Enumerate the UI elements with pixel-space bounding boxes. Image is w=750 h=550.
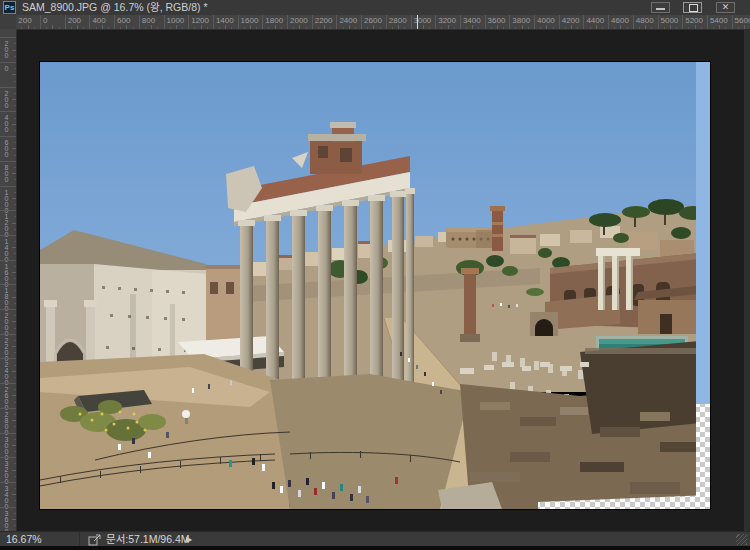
ruler-label: 800 [3,164,10,182]
ruler-minor-tick [12,223,16,224]
ruler-tick [139,15,140,29]
ruler-minor-tick [12,272,16,273]
ruler-cursor-marker [417,15,418,29]
ruler-label: 2800 [389,16,407,25]
ruler-label: 1800 [3,287,10,311]
ruler-minor-tick [454,27,455,29]
ruler-minor-tick [546,25,547,29]
minimize-button[interactable] [651,2,670,13]
ruler-minor-tick [231,27,232,29]
ruler-minor-tick [14,402,16,403]
ruler-minor-tick [14,81,16,82]
ruler-minor-tick [639,27,640,29]
ruler-minor-tick [577,27,578,29]
ruler-minor-tick [540,27,541,29]
ruler-label: 3600 [3,510,10,531]
ruler-minor-tick [133,27,134,29]
ruler-label: 3600 [488,16,506,25]
maximize-button[interactable] [683,2,702,13]
ruler-label: 2400 [339,16,357,25]
ruler-vertical[interactable]: 2000200400600800100012001400160018002000… [0,29,17,531]
ruler-label: 4800 [636,16,654,25]
ruler-minor-tick [466,27,467,29]
ruler-tick [0,210,16,211]
ruler-minor-tick [14,365,16,366]
ruler-minor-tick [14,290,16,291]
ruler-horizontal[interactable]: 2000200400600800100012001400160018002000… [16,15,750,30]
ruler-label: 3200 [438,16,456,25]
ruler-minor-tick [14,68,16,69]
ruler-tick [0,334,16,335]
ruler-tick [164,15,165,29]
ruler-tick [460,15,461,29]
ruler-tick [188,15,189,29]
ruler-minor-tick [145,27,146,29]
ruler-minor-tick [14,513,16,514]
status-menu-arrow-icon[interactable]: ▶ [186,532,192,547]
ruler-tick [0,260,16,261]
ruler-tick [0,383,16,384]
ruler-label: 3000 [3,436,10,460]
ruler-minor-tick [355,27,356,29]
ruler-minor-tick [12,247,16,248]
ruler-label: 1200 [3,213,10,237]
ruler-minor-tick [713,27,714,29]
ruler-tick [0,507,16,508]
zoom-level-field[interactable]: 16.67% [0,532,80,547]
ruler-origin-box[interactable] [0,15,17,30]
photoshop-app-icon: Ps [3,1,16,14]
ruler-tick [0,235,16,236]
ruler-minor-tick [398,25,399,29]
close-button[interactable]: ✕ [716,2,735,13]
ruler-label: 1400 [216,16,234,25]
ruler-minor-tick [14,389,16,390]
ruler-tick [0,37,16,38]
ruler-label: 600 [117,16,130,25]
ruler-minor-tick [256,27,257,29]
ruler-label: 2200 [3,337,10,361]
ruler-minor-tick [268,27,269,29]
ruler-label: 800 [142,16,155,25]
ruler-minor-tick [343,27,344,29]
ruler-minor-tick [275,25,276,29]
ruler-minor-tick [596,25,597,29]
ruler-tick [0,111,16,112]
ruler-label: 1200 [191,16,209,25]
resize-grip[interactable] [736,534,747,545]
ruler-minor-tick [14,488,16,489]
ruler-minor-tick [12,346,16,347]
ruler-minor-tick [71,27,72,29]
ruler-minor-tick [515,27,516,29]
ruler-tick [114,15,115,29]
ruler-label: 0 [3,65,10,71]
ruler-minor-tick [701,27,702,29]
ruler-tick [509,15,510,29]
document-canvas[interactable] [40,62,710,509]
ruler-minor-tick [627,27,628,29]
ruler-label: 0 [43,16,47,25]
ruler-minor-tick [14,439,16,440]
ruler-minor-tick [126,25,127,29]
ruler-tick [485,15,486,29]
ruler-minor-tick [12,297,16,298]
ruler-minor-tick [14,414,16,415]
ruler-minor-tick [14,315,16,316]
ruler-tick [0,408,16,409]
ruler-label: 4200 [562,16,580,25]
ruler-label: 4600 [611,16,629,25]
title-bar[interactable]: Ps SAM_8900.JPG @ 16.7% (왕, RGB/8) * ✕ [0,0,750,16]
ruler-minor-tick [120,27,121,29]
ruler-minor-tick [194,27,195,29]
ruler-minor-tick [12,494,16,495]
ruler-tick [40,15,41,29]
ruler-tick [0,433,16,434]
ruler-minor-tick [14,451,16,452]
export-icon[interactable] [88,534,102,546]
ruler-tick [732,15,733,29]
ruler-label: 600 [3,139,10,157]
ruler-minor-tick [14,155,16,156]
ruler-label: 400 [92,16,105,25]
window-bottom-edge [0,546,750,550]
bell-tower [490,206,505,251]
ruler-minor-tick [14,93,16,94]
